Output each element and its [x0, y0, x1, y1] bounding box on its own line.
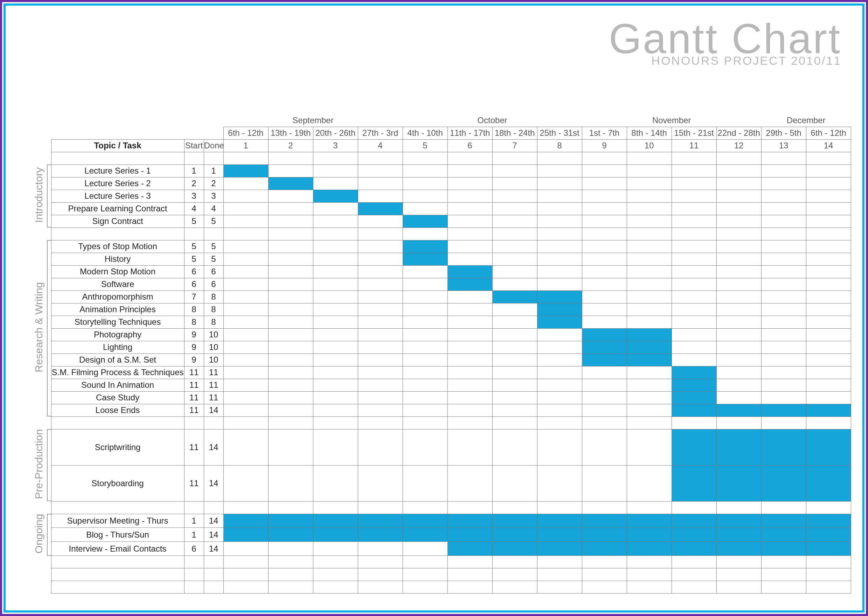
gantt-cell: [627, 215, 671, 228]
gantt-cell: [448, 190, 492, 202]
gantt-cell: [806, 366, 851, 379]
gantt-cell: [268, 215, 313, 228]
task-start: 9: [184, 341, 204, 354]
gantt-cell: [223, 514, 268, 528]
gantt-cell: [716, 528, 761, 542]
task-row: Lecture Series - 222: [27, 177, 851, 190]
gantt-cell: [761, 391, 806, 404]
gantt-cell: [671, 404, 716, 416]
gantt-cell: [492, 542, 537, 556]
gantt-cell: [627, 265, 671, 278]
gantt-cell: [403, 465, 448, 501]
gantt-cell: [313, 341, 358, 354]
task-done: 5: [204, 215, 223, 228]
gantt-cell: [403, 165, 448, 177]
task-name: Software: [51, 278, 184, 291]
week-number-header: 5: [403, 139, 448, 152]
date-header: 20th - 26th: [313, 127, 358, 139]
gantt-cell: [492, 190, 537, 202]
month-header: September: [223, 114, 403, 127]
gantt-cell: [582, 404, 627, 416]
gantt-cell: [358, 366, 403, 379]
gantt-cell: [716, 514, 761, 528]
gantt-cell: [448, 215, 492, 228]
task-name: Scriptwriting: [51, 429, 184, 465]
gantt-cell: [358, 253, 403, 265]
task-row: S.M. Filming Process & Techniques1111: [27, 366, 851, 379]
gantt-cell: [403, 341, 448, 354]
gantt-cell: [671, 465, 716, 501]
gantt-cell: [358, 316, 403, 328]
gantt-cell: [761, 404, 806, 416]
gantt-cell: [627, 429, 671, 465]
gantt-cell: [537, 528, 582, 542]
gantt-cell: [627, 366, 671, 379]
gantt-cell: [358, 215, 403, 228]
gantt-cell: [537, 429, 582, 465]
gantt-cell: [537, 465, 582, 501]
gantt-cell: [716, 404, 761, 416]
gantt-cell: [223, 190, 268, 202]
gantt-cell: [448, 528, 492, 542]
gantt-cell: [761, 379, 806, 391]
task-name: Case Study: [51, 391, 184, 404]
gantt-cell: [403, 391, 448, 404]
gantt-cell: [223, 379, 268, 391]
gantt-cell: [582, 542, 627, 556]
gantt-cell: [627, 316, 671, 328]
task-done: 10: [204, 354, 223, 366]
gantt-cell: [223, 354, 268, 366]
gantt-cell: [582, 328, 627, 341]
gantt-cell: [806, 379, 851, 391]
gantt-cell: [671, 177, 716, 190]
task-row: Case Study1111: [27, 391, 851, 404]
task-done: 11: [204, 366, 223, 379]
task-done: 11: [204, 379, 223, 391]
gantt-cell: [671, 528, 716, 542]
gantt-cell: [537, 328, 582, 341]
gantt-cell: [627, 190, 671, 202]
gantt-cell: [627, 253, 671, 265]
gantt-cell: [358, 303, 403, 316]
task-done: 8: [204, 291, 223, 303]
task-name: Prepare Learning Contract: [51, 202, 184, 215]
gantt-cell: [403, 528, 448, 542]
gantt-cell: [313, 316, 358, 328]
gantt-cell: [537, 303, 582, 316]
week-number-header: 6: [448, 139, 492, 152]
task-row: Anthropomorphism78: [27, 291, 851, 303]
gantt-cell: [806, 429, 851, 465]
task-name: Lecture Series - 2: [51, 177, 184, 190]
gantt-cell: [492, 240, 537, 253]
gantt-cell: [492, 265, 537, 278]
gantt-cell: [761, 341, 806, 354]
done-column-header: Done: [204, 139, 223, 152]
gantt-cell: [223, 528, 268, 542]
gantt-cell: [313, 354, 358, 366]
gantt-cell: [671, 303, 716, 316]
gantt-cell: [716, 465, 761, 501]
task-done: 5: [204, 240, 223, 253]
gantt-cell: [223, 265, 268, 278]
gantt-cell: [492, 379, 537, 391]
gantt-cell: [671, 215, 716, 228]
task-name: Photography: [51, 328, 184, 341]
gantt-cell: [403, 278, 448, 291]
task-name: Lecture Series - 3: [51, 190, 184, 202]
gantt-cell: [761, 465, 806, 501]
gantt-cell: [627, 528, 671, 542]
gantt-cell: [716, 328, 761, 341]
gantt-cell: [761, 429, 806, 465]
gantt-cell: [448, 303, 492, 316]
gantt-cell: [313, 404, 358, 416]
gantt-cell: [537, 391, 582, 404]
gantt-cell: [582, 253, 627, 265]
task-name: Lighting: [51, 341, 184, 354]
gantt-cell: [537, 404, 582, 416]
task-done: 11: [204, 391, 223, 404]
task-done: 10: [204, 341, 223, 354]
gantt-cell: [358, 328, 403, 341]
gantt-cell: [671, 291, 716, 303]
gantt-cell: [492, 514, 537, 528]
gantt-cell: [716, 391, 761, 404]
